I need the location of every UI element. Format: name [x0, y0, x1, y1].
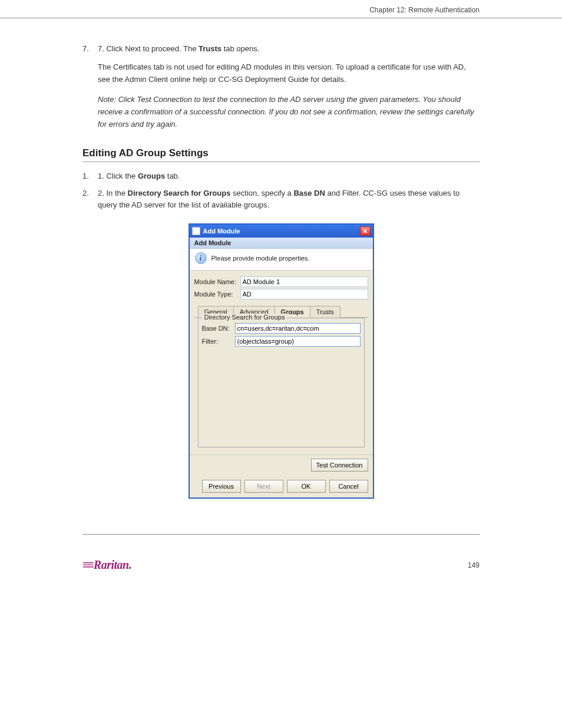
info-icon: i [195, 252, 207, 264]
chapter-label: Chapter 12: Remote Authentication [369, 6, 480, 14]
text-fragment: section, specify a [230, 189, 293, 197]
note-body: Click Test Connection to test the connec… [98, 95, 474, 129]
ok-button[interactable]: OK [287, 480, 326, 493]
filter-row: Filter: [202, 336, 361, 347]
tab-trusts[interactable]: Trusts [310, 306, 340, 318]
module-name-input[interactable] [240, 276, 368, 287]
basedn-bold: Base DN [293, 189, 325, 197]
dsg-bold: Directory Search for Groups [128, 189, 231, 197]
filter-label: Filter: [202, 338, 235, 345]
footer-rule [82, 534, 480, 535]
module-type-label: Module Type: [194, 291, 240, 298]
module-name-label: Module Name: [194, 278, 240, 285]
note-paragraph: Note: Click Test Connection to test the … [98, 94, 480, 130]
trusts-bold: Trusts [199, 44, 222, 53]
base-dn-label: Base DN: [202, 325, 235, 332]
text-fragment: 2. In the [98, 189, 128, 197]
step-2: 2. 2. In the Directory Search for Groups… [82, 187, 480, 212]
logo-mark-icon: ≡≡ [82, 558, 92, 572]
filter-input[interactable] [235, 336, 361, 347]
module-type-input[interactable] [240, 289, 368, 299]
text-fragment: 1. Click the [98, 172, 138, 180]
test-connection-row: Test Connection [190, 454, 373, 475]
dialog-subtitle: Add Module [190, 238, 373, 249]
dialog-titlebar: Add Module ✕ [190, 225, 373, 238]
text-fragment: tab opens. [222, 44, 259, 53]
text-fragment: tab. [165, 172, 180, 180]
logo-text: Raritan. [94, 558, 131, 572]
step-1: 1. 1. Click the Groups tab. [82, 170, 480, 183]
note-label: Note: [98, 95, 118, 104]
close-icon: ✕ [362, 228, 368, 235]
wizard-buttons: Previous Next OK Cancel [190, 475, 373, 498]
dialog-info-text: Please provide module properties. [211, 255, 310, 262]
base-dn-row: Base DN: [202, 323, 361, 334]
module-name-row: Module Name: [194, 276, 368, 287]
dialog-body: Module Name: Module Type: General Advanc… [190, 271, 373, 454]
directory-search-groupbox: Directory Search for Groups Base DN: Fil… [198, 318, 365, 447]
previous-button[interactable]: Previous [202, 480, 241, 493]
groups-bold: Groups [138, 172, 165, 180]
chapter-header: Chapter 12: Remote Authentication [0, 0, 562, 18]
module-type-row: Module Type: [194, 289, 368, 299]
dialog-app-icon [192, 227, 200, 235]
groupbox-title: Directory Search for Groups [202, 314, 287, 321]
base-dn-input[interactable] [235, 323, 361, 334]
text-fragment: 7. Click Next to proceed. The [98, 44, 199, 53]
step-number: 1. [82, 170, 89, 183]
test-connection-button[interactable]: Test Connection [311, 459, 368, 472]
page-footer: ≡≡ Raritan. 149 [0, 558, 562, 572]
step-number: 2. [82, 187, 89, 200]
section-heading: Editing AD Group Settings [82, 147, 480, 162]
step-7: 7. 7. Click Next to proceed. The Trusts … [82, 43, 480, 55]
cancel-button[interactable]: Cancel [329, 480, 368, 493]
page-content: 7. 7. Click Next to proceed. The Trusts … [0, 25, 562, 534]
dialog-title: Add Module [203, 228, 240, 235]
page-number: 149 [468, 561, 480, 569]
close-button[interactable]: ✕ [360, 226, 371, 236]
dialog-info-row: i Please provide module properties. [190, 249, 372, 271]
add-module-dialog: Add Module ✕ Add Module i Please provide… [189, 223, 374, 499]
step-number: 7. [82, 43, 89, 55]
next-button: Next [244, 480, 283, 493]
raritan-logo: ≡≡ Raritan. [82, 558, 131, 572]
cert-tab-paragraph: The Certificates tab is not used for edi… [98, 61, 480, 86]
